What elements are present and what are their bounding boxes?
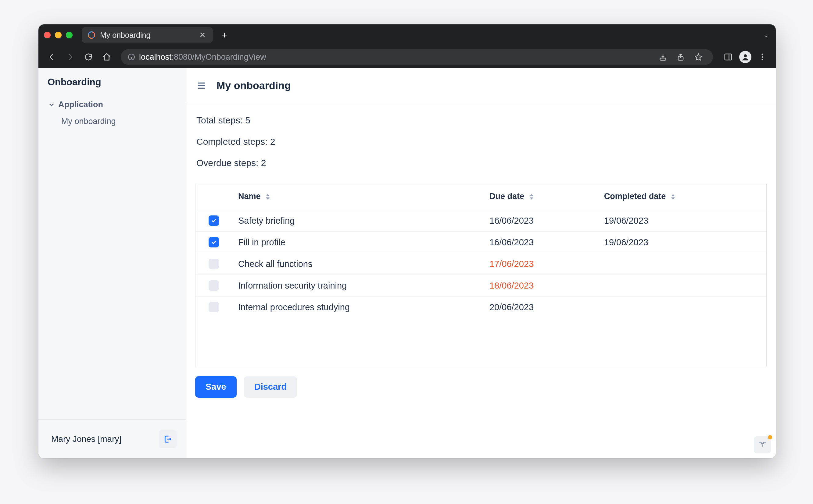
action-bar: Save Discard [186,367,776,407]
svg-point-9 [762,59,763,60]
bookmark-icon[interactable] [691,49,706,65]
cell-name: Fill in profile [232,232,483,253]
table-row[interactable]: Internal procedures studying20/06/2023 [195,296,766,318]
browser-toolbar: localhost:8080/MyOnboardingView [38,46,776,68]
tab-strip: My onboarding ✕ + ⌄ [38,24,776,46]
sidebar-item-my-onboarding[interactable]: My onboarding [46,112,186,126]
cell-completed: 19/06/2023 [598,210,766,232]
app: Onboarding Application My onboarding Mar… [38,68,776,458]
logout-icon [163,435,172,444]
save-button[interactable]: Save [195,376,237,398]
share-icon[interactable] [673,49,689,65]
col-header-due-label: Due date [489,192,524,201]
new-tab-button[interactable]: + [218,28,231,42]
col-header-completed-label: Completed date [604,192,666,201]
table-row[interactable]: Check all functions17/06/2023 [195,253,766,275]
sort-icon [530,194,533,200]
col-header-due[interactable]: Due date [483,183,598,210]
reload-button[interactable] [80,49,96,65]
site-info-icon[interactable] [127,53,135,61]
page-title: My onboarding [217,80,291,91]
step-checkbox[interactable] [209,302,219,312]
maximize-window-button[interactable] [66,32,73,38]
svg-point-7 [762,54,763,55]
cell-due: 17/06/2023 [483,253,598,275]
col-header-name-label: Name [238,192,261,201]
step-checkbox[interactable] [209,215,219,226]
discard-button[interactable]: Discard [244,376,297,398]
profile-icon[interactable] [737,49,753,65]
summary-completed: Completed steps: 2 [196,137,765,147]
cell-due: 18/06/2023 [483,275,598,296]
browser-tab[interactable]: My onboarding ✕ [82,27,213,43]
content: My onboarding Total steps: 5 Completed s… [186,68,776,458]
address-bar[interactable]: localhost:8080/MyOnboardingView [121,49,713,65]
sidebar-group-toggle[interactable]: Application [46,97,186,112]
sidebar-footer: Mary Jones [mary] [38,419,186,458]
url-port: :8080 [172,52,192,62]
sidebar-group-application: Application My onboarding [38,97,186,126]
tab-title: My onboarding [100,31,193,40]
sort-icon [266,194,270,200]
summary-total: Total steps: 5 [196,115,765,126]
browser-window: My onboarding ✕ + ⌄ [38,24,776,458]
tab-favicon-icon [87,31,96,39]
sort-icon [671,194,675,200]
sidebar: Onboarding Application My onboarding Mar… [38,68,186,458]
col-header-completed[interactable]: Completed date [598,183,766,210]
cell-due: 16/06/2023 [483,210,598,232]
close-window-button[interactable] [44,32,51,38]
table-row[interactable]: Fill in profile16/06/202319/06/2023 [195,232,766,253]
current-user-label: Mary Jones [mary] [51,434,121,444]
cell-name: Safety briefing [232,210,483,232]
step-checkbox[interactable] [209,237,219,247]
browser-chrome: My onboarding ✕ + ⌄ [38,24,776,68]
back-button[interactable] [44,49,60,65]
svg-rect-5 [725,54,732,60]
step-checkbox[interactable] [209,259,219,269]
cell-completed: 19/06/2023 [598,232,766,253]
cell-completed [598,253,766,275]
tabs-dropdown-icon[interactable]: ⌄ [764,31,769,39]
summary-overdue: Overdue steps: 2 [196,158,765,168]
step-checkbox[interactable] [209,280,219,291]
kebab-menu-icon[interactable] [754,49,770,65]
svg-rect-3 [660,58,666,60]
tab-close-icon[interactable]: ✕ [197,30,208,41]
steps-table: Name Due date [195,183,767,367]
cell-due: 16/06/2023 [483,232,598,253]
check-icon [211,218,217,224]
cell-name: Internal procedures studying [232,296,483,318]
side-panel-icon[interactable] [720,49,736,65]
cell-due: 20/06/2023 [483,296,598,318]
home-button[interactable] [99,49,115,65]
url-text: localhost:8080/MyOnboardingView [139,52,266,62]
address-bar-actions [655,49,706,65]
dev-tools-badge[interactable] [754,436,771,453]
forward-button[interactable] [62,49,78,65]
table-row[interactable]: Information security training18/06/2023 [195,275,766,296]
minimize-window-button[interactable] [55,32,62,38]
content-header: My onboarding [186,68,776,103]
sidebar-header: Onboarding [38,68,186,97]
logout-button[interactable] [159,430,176,448]
drawer-toggle-button[interactable] [195,80,208,92]
cell-name: Information security training [232,275,483,296]
table-row[interactable]: Safety briefing16/06/202319/06/2023 [195,210,766,232]
hamburger-icon [196,80,207,91]
cell-completed [598,275,766,296]
url-path: /MyOnboardingView [192,52,266,62]
svg-point-8 [762,56,763,58]
install-app-icon[interactable] [655,49,671,65]
vaadin-icon [758,440,767,449]
col-header-name[interactable]: Name [232,183,483,210]
cell-completed [598,296,766,318]
sidebar-group-label: Application [58,100,103,109]
col-header-checkbox [195,183,232,210]
cell-name: Check all functions [232,253,483,275]
chevron-down-icon [48,101,55,108]
toolbar-right-icons [720,49,770,65]
svg-point-6 [744,54,747,57]
url-host: localhost [139,52,172,62]
check-icon [211,239,217,245]
